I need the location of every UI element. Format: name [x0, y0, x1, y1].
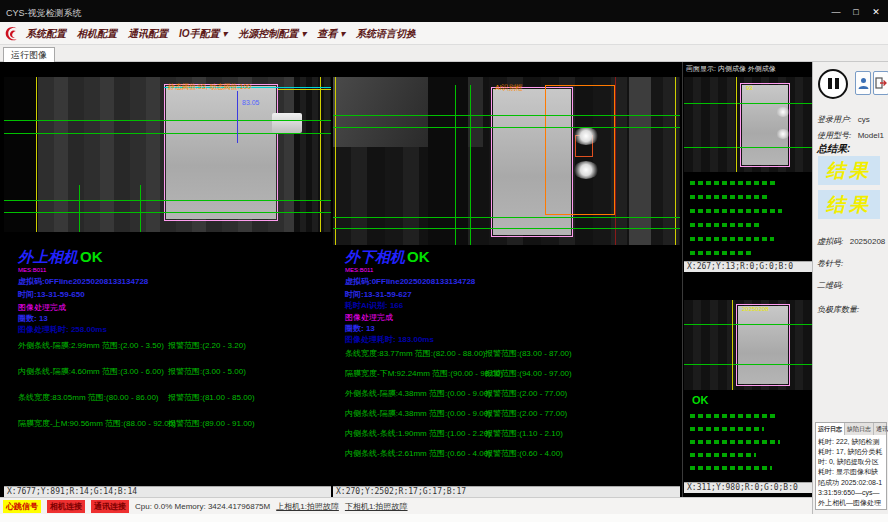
window-title: CYS-视觉检测系统	[6, 7, 82, 20]
model-row: 使用型号: Model1	[817, 124, 884, 142]
camera-name: 外下相机	[345, 248, 405, 265]
round-count: 圈数: 13	[18, 313, 48, 324]
total-result-label: 总结果:	[817, 142, 850, 156]
model-label: 使用型号:	[817, 131, 851, 140]
menu-item[interactable]: 通讯配置	[128, 27, 168, 41]
camera-image-outer-lower[interactable]: AI识别框	[333, 77, 680, 245]
alarm-range: 报警范围:(0.60 - 4.00)	[485, 448, 563, 459]
measurement-value: 外侧条线-隔膜:2.99mm 范围:(2.00 - 3.50)	[18, 340, 164, 351]
camera-result-title: 外下相机OK	[345, 248, 430, 267]
elapsed-time: 图像处理耗时: 258.00ms	[18, 324, 107, 335]
virtual-barcode: 虚拟码:0FFline20250208133134728	[18, 276, 148, 287]
alarm-range: 报警范围:(89.00 - 91.00)	[168, 418, 255, 429]
measurement-value: 条线宽度:83.05mm 范围:(80.00 - 86.00)	[18, 392, 159, 403]
log-tab-run[interactable]: 运行日志	[816, 423, 845, 435]
measurement-value: 内侧条线-隔膜:4.60mm 范围:(3.00 - 6.00)	[18, 366, 164, 377]
measurement-row: 内侧条线-隔膜:4.38mm 范围:(0.00 - 9.00) 报警范围:(2.…	[345, 408, 675, 428]
image-tick-label: 93	[746, 85, 753, 91]
camera-name: 外上相机	[18, 248, 78, 265]
display-mode-label: 画面显示: 内侧成像 外侧成像	[683, 62, 812, 76]
snapshot-button[interactable]	[855, 71, 871, 95]
menu-item[interactable]: 相机配置	[77, 27, 117, 41]
camera-image-outer-upper[interactable]: 静态阈值:93, 动态阈值:100 83.05	[4, 77, 331, 232]
model-value: Model1	[858, 131, 884, 140]
window-control-button[interactable]: ✕	[868, 6, 884, 19]
pause-button[interactable]	[818, 69, 848, 99]
cpu-memory-status: Cpu: 0.0% Memory: 3424.41796875M	[135, 502, 270, 511]
titlebar: CYS-视觉检测系统 —□✕	[0, 0, 888, 22]
logout-button[interactable]	[873, 71, 888, 95]
elapsed-time: 图像处理耗时: 183.00ms	[345, 334, 434, 345]
bottom-status-bar: 心跳信号 相机连接 通讯连接 Cpu: 0.0% Memory: 3424.41…	[0, 497, 812, 514]
menubar: 系统配置相机配置通讯配置IO手配置 ▾光源控制配置 ▾查看 ▾系统语言切换	[0, 22, 888, 45]
exit-arrow-icon	[875, 77, 887, 89]
app-window: CYS-视觉检测系统 —□✕ 系统配置相机配置通讯配置IO手配置 ▾光源控制配置…	[0, 0, 888, 522]
lower-camera-fault-link[interactable]: 下相机1:拍照故障	[345, 501, 408, 512]
alarm-range: 报警范围:(3.00 - 5.00)	[168, 366, 246, 377]
ai-box-overlay-label: AI识别框	[495, 83, 523, 93]
measurement-row: 条线宽度:83.05mm 范围:(80.00 - 86.00) 报警范围:(81…	[18, 392, 318, 418]
measurement-value: 内侧条线-隔膜:4.38mm 范围:(0.00 - 9.00)	[345, 408, 491, 419]
log-tab-defect[interactable]: 缺陷日志	[845, 423, 874, 435]
mes-status: MES:B011	[345, 267, 373, 273]
menu-item[interactable]: 查看 ▾	[317, 27, 345, 41]
measurement-value: 隔膜宽度-上M:90.56mm 范围:(88.00 - 92.00)	[18, 418, 176, 429]
measurement-value: 内侧条线-条线:2.61mm 范围:(0.60 - 4.00)	[345, 448, 491, 459]
small-camera-image-bottom[interactable]: 20250208	[684, 300, 812, 390]
result-box-2-text: 结果	[826, 194, 872, 215]
measurement-row: 隔膜宽度-上M:90.56mm 范围:(88.00 - 92.00) 报警范围:…	[18, 418, 318, 444]
measurement-row: 内侧条线-条线:2.61mm 范围:(0.60 - 4.00) 报警范围:(0.…	[345, 448, 675, 468]
app-logo-icon	[4, 25, 21, 42]
process-done-label: 图像处理完成	[18, 302, 66, 313]
tab-run-image[interactable]: 运行图像	[3, 47, 55, 62]
menu-item[interactable]: IO手配置 ▾	[179, 27, 227, 41]
vcode-label: 虚拟码:	[817, 237, 843, 246]
measurement-list: 外侧条线-隔膜:2.99mm 范围:(2.00 - 3.50) 报警范围:(2.…	[18, 340, 318, 444]
small-panel-ok-label: OK	[692, 394, 709, 406]
measurement-row: 外侧条线-隔膜:4.38mm 范围:(0.00 - 9.00) 报警范围:(2.…	[345, 388, 675, 408]
alarm-range: 报警范围:(81.00 - 85.00)	[168, 392, 255, 403]
virtual-barcode: 虚拟码:0FFline20250208133134728	[345, 276, 475, 287]
pixel-status-small-bottom: X:311;Y:980;R:0;G:0;B:0	[684, 482, 812, 493]
mes-status: MES:B011	[18, 267, 46, 273]
result-ok-label: OK	[80, 248, 103, 265]
vcode-value: 20250208	[850, 237, 886, 246]
roll-label: 卷针号:	[817, 259, 843, 268]
log-tab-comm[interactable]: 通讯日志	[874, 423, 888, 435]
result-box-2: 结果	[818, 190, 880, 219]
result-box-1: 结果	[818, 156, 880, 185]
measurement-row: 条线宽度:83.77mm 范围:(82.00 - 88.00) 报警范围:(83…	[345, 348, 675, 368]
qr-label: 二维码:	[817, 281, 843, 290]
alarm-range: 报警范围:(94.00 - 97.00)	[485, 368, 572, 379]
window-edge	[0, 514, 888, 522]
small-panel-bottom: 20250208 OK X:311;Y:980;R:0;G:0;B:0	[684, 274, 812, 493]
small-panel-top: 93 X:267;Y:13;R:0;G:0;B:0	[684, 77, 812, 272]
log-tabs: 运行日志 缺陷日志 通讯日志	[816, 423, 886, 435]
menu-item[interactable]: 光源控制配置 ▾	[238, 27, 306, 41]
alarm-range: 报警范围:(2.00 - 77.00)	[485, 388, 567, 399]
image-tick-label: 20250208	[742, 306, 769, 312]
window-control-button[interactable]: □	[848, 6, 864, 19]
login-user-label: 登录用户:	[817, 115, 851, 124]
measurement-value: 外侧条线-隔膜:4.38mm 范围:(0.00 - 9.00)	[345, 388, 491, 399]
menu-items: 系统配置相机配置通讯配置IO手配置 ▾光源控制配置 ▾查看 ▾系统语言切换	[26, 22, 416, 45]
window-control-button[interactable]: —	[828, 6, 844, 19]
alarm-range: 报警范围:(83.00 - 87.00)	[485, 348, 572, 359]
count-label: 负极库数量:	[817, 305, 859, 314]
measurement-value: 隔膜宽度-下M:92.24mm 范围:(90.00 - 98.00)	[345, 368, 503, 379]
menu-item[interactable]: 系统语言切换	[356, 27, 416, 41]
pixel-status-small-top: X:267;Y:13;R:0;G:0;B:0	[684, 261, 812, 272]
camera-panel-outer-upper: 静态阈值:93, 动态阈值:100 83.05 外上相机OK MES:B011 …	[4, 76, 331, 497]
main-area: 画面显示: 内侧成像 外侧成像 静态阈值:	[0, 62, 812, 497]
tab-row: 运行图像	[0, 45, 888, 62]
process-done-label: 图像处理完成	[345, 312, 393, 323]
alarm-range: 报警范围:(1.10 - 2.10)	[485, 428, 563, 439]
measurement-row: 内侧条线-隔膜:4.60mm 范围:(3.00 - 6.00) 报警范围:(3.…	[18, 366, 318, 392]
upper-camera-fault-link[interactable]: 上相机1:拍照故障	[276, 501, 339, 512]
capture-time: 时间:13-31-59-627	[345, 289, 412, 300]
small-camera-image-top[interactable]: 93	[684, 77, 812, 172]
log-content[interactable]: 耗时: 222, 缺陷检测耗时: 17, 缺陷分类耗时: 0, 缺陷提取分区耗时…	[816, 435, 886, 509]
log-panel: 运行日志 缺陷日志 通讯日志 耗时: 222, 缺陷检测耗时: 17, 缺陷分类…	[815, 422, 887, 510]
menu-item[interactable]: 系统配置	[26, 27, 66, 41]
result-ok-label: OK	[407, 248, 430, 265]
